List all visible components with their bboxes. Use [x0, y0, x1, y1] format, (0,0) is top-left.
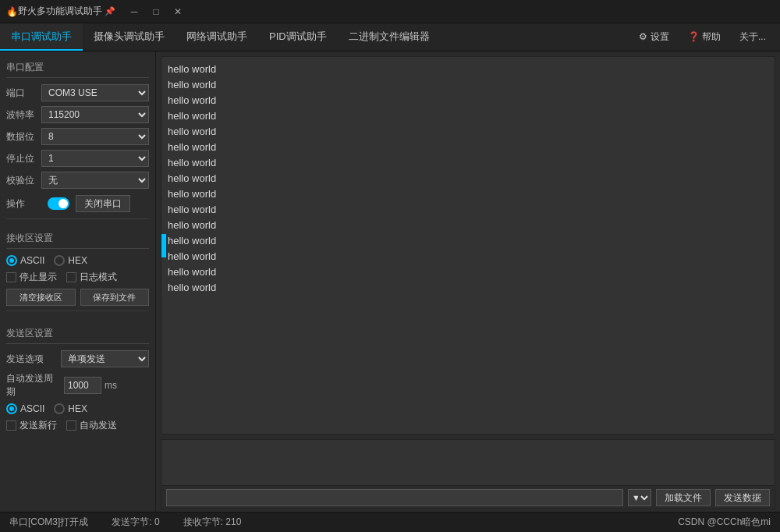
- tab-pid-debug[interactable]: PID调试助手: [258, 23, 338, 51]
- send-option-label: 发送选项: [6, 353, 61, 366]
- send-ascii-label: ASCII: [20, 403, 44, 414]
- tab-network-debug[interactable]: 网络调试助手: [176, 23, 258, 51]
- databits-label: 数据位: [6, 130, 41, 144]
- help-button[interactable]: ❓ 帮助: [680, 27, 729, 47]
- receive-settings: 接收区设置 ASCII HEX 停止显示: [6, 229, 149, 306]
- minimize-button[interactable]: ─: [124, 4, 144, 20]
- receive-line: hello world: [168, 233, 768, 249]
- receive-line: hello world: [168, 171, 768, 186]
- baud-label: 波特率: [6, 108, 41, 122]
- log-mode-check[interactable]: 日志模式: [66, 271, 117, 284]
- send-format-row: ASCII HEX: [6, 403, 149, 414]
- hex-radio-outer: [54, 255, 65, 266]
- about-button[interactable]: 关于...: [732, 27, 774, 47]
- receive-line: hello world: [168, 140, 768, 155]
- stopbits-select[interactable]: 1: [41, 150, 149, 167]
- receive-line: hello world: [168, 280, 768, 296]
- port-status: 串口[COM3]打开成: [9, 516, 88, 529]
- menubar: 串口调试助手 摄像头调试助手 网络调试助手 PID调试助手 二进制文件编辑器 ⚙…: [0, 23, 780, 51]
- stop-display-checkbox: [6, 272, 16, 282]
- send-ascii-radio[interactable]: ASCII: [6, 403, 44, 414]
- send-newline-checkbox: [6, 420, 16, 431]
- send-bytes: 发送字节: 0: [112, 516, 159, 529]
- receive-line: hello world: [168, 186, 768, 202]
- port-select[interactable]: COM3 USE: [41, 84, 149, 101]
- receive-bytes: 接收字节: 210: [183, 516, 242, 529]
- send-option-row: 发送选项 单项发送: [6, 350, 149, 367]
- ascii-radio-inner: [9, 258, 14, 263]
- tab-serial-debug[interactable]: 串口调试助手: [0, 23, 83, 51]
- receive-line: hello world: [168, 249, 768, 264]
- parity-row: 校验位 无: [6, 172, 149, 189]
- stop-display-check[interactable]: 停止显示: [6, 271, 57, 284]
- auto-period-label: 自动发送周期: [6, 372, 61, 399]
- operation-row: 操作 关闭串口: [6, 195, 149, 212]
- send-settings: 发送区设置 发送选项 单项发送 自动发送周期 ms ASCII: [6, 324, 149, 432]
- databits-row: 数据位 8: [6, 128, 149, 145]
- databits-select[interactable]: 8: [41, 128, 149, 145]
- log-mode-checkbox: [66, 272, 76, 282]
- auto-send-checkbox: [66, 420, 76, 431]
- send-data-button[interactable]: 发送数据: [715, 489, 770, 506]
- send-newline-check[interactable]: 发送新行: [6, 419, 57, 432]
- receive-line: hello world: [168, 62, 768, 77]
- receive-line: hello world: [168, 108, 768, 124]
- stopbits-label: 停止位: [6, 152, 41, 165]
- send-toolbar: ▼ 加载文件 发送数据: [161, 485, 775, 509]
- save-to-file-button[interactable]: 保存到文件: [80, 289, 150, 306]
- divider-2: [6, 310, 149, 311]
- maximize-button[interactable]: □: [146, 4, 166, 20]
- receive-line: hello world: [168, 202, 768, 218]
- settings-button[interactable]: ⚙ 设置: [631, 27, 676, 47]
- content-area: hello worldhello worldhello worldhello w…: [156, 51, 780, 512]
- receive-line: hello world: [168, 155, 768, 171]
- send-option-select[interactable]: 单项发送: [61, 350, 149, 367]
- stop-display-label: 停止显示: [20, 271, 57, 284]
- receive-config-title: 接收区设置: [6, 229, 149, 249]
- send-hex-label: HEX: [68, 403, 87, 414]
- receive-buttons-row: 清空接收区 保存到文件: [6, 289, 149, 306]
- send-dropdown[interactable]: ▼: [628, 489, 651, 506]
- send-textarea[interactable]: [161, 440, 775, 485]
- send-display-area: ▼ 加载文件 发送数据: [161, 439, 775, 509]
- send-options-row: 发送新行 自动发送: [6, 419, 149, 432]
- stopbits-row: 停止位 1: [6, 150, 149, 167]
- tab-camera-debug[interactable]: 摄像头调试助手: [83, 23, 176, 51]
- load-file-button[interactable]: 加载文件: [656, 489, 711, 506]
- menu-right-buttons: ⚙ 设置 ❓ 帮助 关于...: [631, 27, 780, 47]
- auto-period-row: 自动发送周期 ms: [6, 372, 149, 399]
- ascii-radio[interactable]: ASCII: [6, 255, 44, 266]
- auto-period-input[interactable]: [64, 377, 101, 394]
- send-ascii-radio-inner: [9, 406, 14, 411]
- op-label: 操作: [6, 197, 41, 211]
- parity-select[interactable]: 无: [41, 172, 149, 189]
- clear-receive-button[interactable]: 清空接收区: [6, 289, 76, 306]
- port-toggle[interactable]: [48, 197, 69, 210]
- send-ascii-radio-outer: [6, 403, 17, 414]
- titlebar-title: 野火多功能调试助手: [18, 5, 102, 18]
- close-button[interactable]: ✕: [168, 4, 188, 20]
- pin-button[interactable]: 📌: [102, 4, 118, 20]
- receive-format-row: ASCII HEX: [6, 255, 149, 266]
- parity-label: 校验位: [6, 174, 41, 187]
- receive-display-area[interactable]: hello worldhello worldhello worldhello w…: [161, 56, 775, 434]
- send-hex-radio[interactable]: HEX: [54, 403, 87, 414]
- baud-select[interactable]: 115200: [41, 106, 149, 123]
- auto-send-check[interactable]: 自动发送: [66, 419, 117, 432]
- close-port-button[interactable]: 关闭串口: [76, 195, 130, 212]
- ascii-radio-outer: [6, 255, 17, 266]
- statusbar: 串口[COM3]打开成 发送字节: 0 接收字节: 210 CSDN @CCCh…: [0, 512, 780, 532]
- send-hex-radio-outer: [54, 403, 65, 414]
- send-input[interactable]: [166, 489, 623, 506]
- receive-line: hello world: [168, 124, 768, 140]
- hex-radio[interactable]: HEX: [54, 255, 87, 266]
- log-mode-label: 日志模式: [80, 271, 117, 284]
- tab-binary-editor[interactable]: 二进制文件编辑器: [338, 23, 441, 51]
- period-unit-label: ms: [105, 380, 117, 391]
- receive-line: hello world: [168, 264, 768, 280]
- receive-line: hello world: [168, 218, 768, 233]
- scroll-handle[interactable]: [161, 234, 166, 257]
- status-right-text: CSDN @CCCh暗色mi: [678, 516, 771, 529]
- receive-lines: hello worldhello worldhello worldhello w…: [168, 62, 768, 296]
- sidebar: 串口配置 端口 COM3 USE 波特率 115200 数据位 8 停止位 1: [0, 51, 156, 512]
